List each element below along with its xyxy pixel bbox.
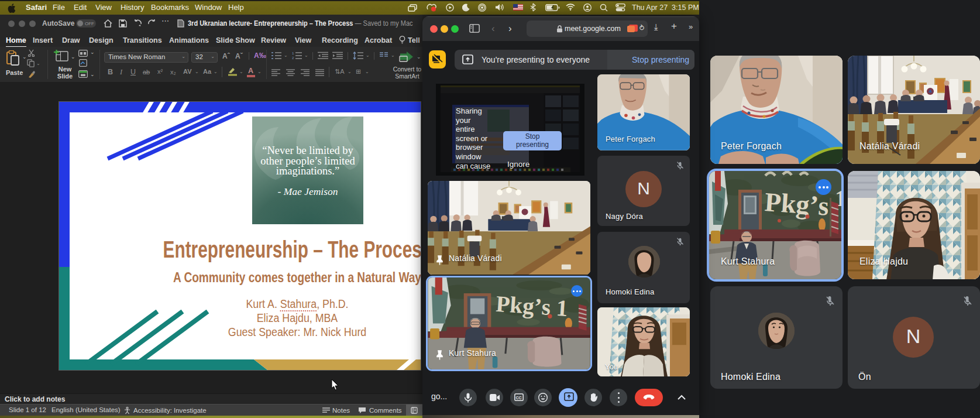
svg-text:2: 2	[292, 56, 294, 60]
svg-text:1: 1	[292, 52, 294, 55]
svg-text:CC: CC	[516, 396, 522, 400]
